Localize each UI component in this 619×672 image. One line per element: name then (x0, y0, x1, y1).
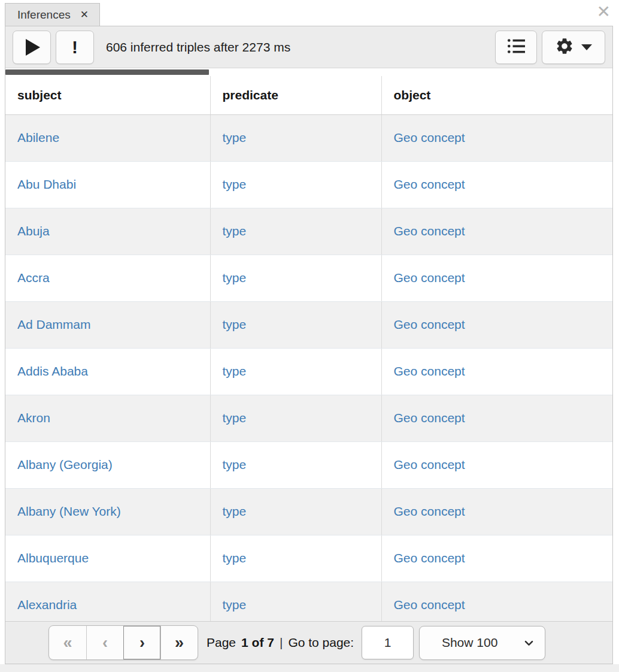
subject-link[interactable]: Albuquerque (17, 551, 89, 565)
page-size-select[interactable]: Show 100 (419, 626, 545, 660)
list-view-button[interactable] (495, 31, 537, 64)
subject-link[interactable]: Accra (17, 271, 50, 284)
object-link[interactable]: Geo concept (394, 598, 465, 612)
explain-button[interactable]: ! (56, 31, 94, 64)
last-page-button[interactable]: » (160, 626, 198, 659)
object-link[interactable]: Geo concept (394, 364, 465, 378)
column-header-object: object (381, 76, 612, 114)
page-value: 1 of 7 (241, 635, 274, 650)
object-link[interactable]: Geo concept (394, 504, 465, 518)
chevron-down-icon (523, 637, 535, 652)
settings-dropdown-button[interactable] (542, 31, 605, 64)
inferences-table: subject predicate object Abilene type Ge… (5, 76, 612, 621)
panel-close-icon[interactable]: ✕ (597, 4, 611, 20)
tab-close-icon[interactable]: ✕ (80, 10, 89, 20)
horizontal-scrollbar[interactable] (5, 68, 612, 76)
subject-link[interactable]: Addis Ababa (17, 364, 88, 378)
table-row: Abu Dhabi type Geo concept (5, 161, 612, 208)
predicate-link[interactable]: type (223, 598, 247, 612)
goto-page-input[interactable] (362, 626, 414, 659)
predicate-link[interactable]: type (223, 177, 247, 191)
exclamation-icon: ! (72, 38, 78, 56)
status-text: 606 inferred triples after 2273 ms (106, 40, 290, 55)
separator: | (280, 635, 283, 650)
predicate-link[interactable]: type (223, 504, 247, 518)
predicate-link[interactable]: type (223, 458, 247, 471)
page-word: Page (207, 635, 236, 650)
table-row: Ad Dammam type Geo concept (5, 301, 612, 348)
table-body: Abilene type Geo concept Abu Dhabi type … (5, 114, 612, 621)
previous-page-button[interactable]: ‹ (86, 626, 123, 659)
table-container: subject predicate object Abilene type Ge… (5, 76, 612, 621)
object-link[interactable]: Geo concept (394, 224, 465, 238)
subject-link[interactable]: Albany (New York) (17, 504, 121, 518)
subject-link[interactable]: Abu Dhabi (17, 177, 76, 191)
first-page-button[interactable]: « (49, 626, 86, 659)
table-row: Abilene type Geo concept (5, 114, 612, 161)
caret-down-icon (581, 44, 592, 50)
goto-page-label: Go to page: (288, 635, 354, 650)
table-row: Albuquerque type Geo concept (5, 535, 612, 582)
subject-link[interactable]: Akron (17, 411, 50, 425)
run-inference-button[interactable] (13, 31, 51, 64)
object-link[interactable]: Geo concept (394, 551, 465, 565)
table-row: Abuja type Geo concept (5, 208, 612, 255)
next-page-button[interactable]: › (123, 626, 160, 659)
object-link[interactable]: Geo concept (394, 317, 465, 331)
object-link[interactable]: Geo concept (394, 131, 465, 144)
pagination-bar: « ‹ › » Page 1 of 7 | Go to page: Show 1… (5, 621, 612, 664)
predicate-link[interactable]: type (223, 224, 247, 238)
subject-link[interactable]: Abilene (17, 131, 59, 144)
pager-button-group: « ‹ › » (48, 625, 198, 660)
page-size-label: Show 100 (442, 635, 497, 650)
gear-icon (555, 37, 574, 58)
subject-link[interactable]: Albany (Georgia) (17, 458, 113, 471)
object-link[interactable]: Geo concept (394, 177, 465, 191)
scrollbar-thumb[interactable] (5, 69, 209, 75)
predicate-link[interactable]: type (223, 364, 247, 378)
subject-link[interactable]: Alexandria (17, 598, 77, 612)
predicate-link[interactable]: type (223, 131, 247, 144)
subject-link[interactable]: Abuja (17, 224, 50, 238)
table-row: Albany (New York) type Geo concept (5, 488, 612, 535)
table-row: Addis Ababa type Geo concept (5, 348, 612, 395)
column-header-subject: subject (5, 76, 210, 114)
table-row: Albany (Georgia) type Geo concept (5, 441, 612, 488)
predicate-link[interactable]: type (223, 551, 247, 565)
table-row: Accra type Geo concept (5, 255, 612, 301)
predicate-link[interactable]: type (223, 411, 247, 425)
table-row: Alexandria type Geo concept (5, 582, 612, 621)
column-header-predicate: predicate (210, 76, 381, 114)
page-background-strip (0, 664, 619, 672)
predicate-link[interactable]: type (223, 271, 247, 284)
inferences-panel: ! 606 inferred triples after 2273 ms (5, 26, 613, 664)
object-link[interactable]: Geo concept (394, 458, 465, 471)
page-status: Page 1 of 7 | Go to page: (207, 635, 354, 650)
table-header-row: subject predicate object (5, 76, 612, 114)
object-link[interactable]: Geo concept (394, 271, 465, 284)
play-icon (26, 39, 40, 56)
subject-link[interactable]: Ad Dammam (17, 317, 91, 331)
table-row: Akron type Geo concept (5, 395, 612, 441)
list-icon (506, 37, 526, 57)
predicate-link[interactable]: type (223, 317, 247, 331)
tab-label: Inferences (17, 8, 71, 22)
tab-inferences[interactable]: Inferences ✕ (5, 3, 100, 26)
toolbar: ! 606 inferred triples after 2273 ms (5, 26, 612, 68)
object-link[interactable]: Geo concept (394, 411, 465, 425)
